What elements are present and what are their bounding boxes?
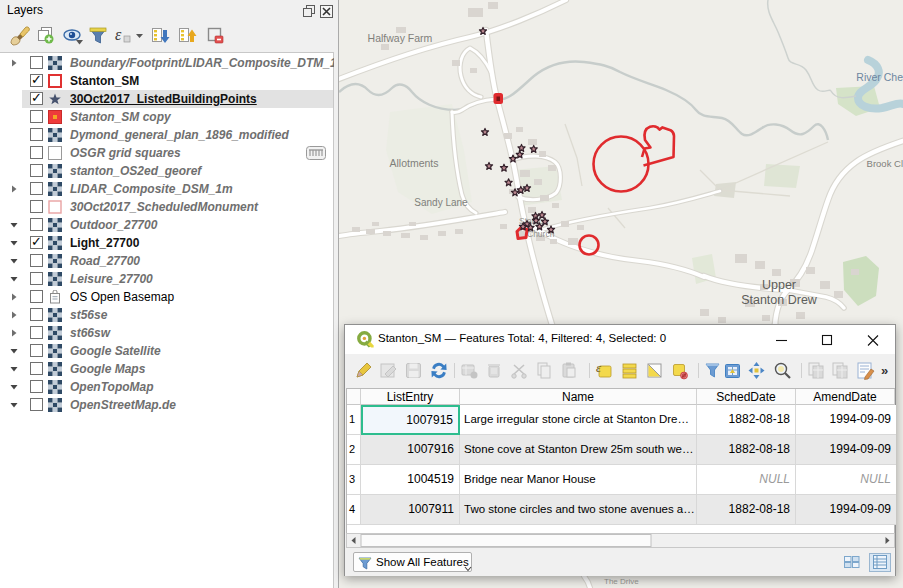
svg-text:Stanton Drew: Stanton Drew <box>741 293 818 307</box>
svg-text:Brook Cl: Brook Cl <box>867 158 903 169</box>
svg-text:ε: ε <box>115 26 122 43</box>
svg-text:ε: ε <box>596 361 602 375</box>
svg-text:Halfway Farm: Halfway Farm <box>368 32 433 44</box>
svg-text:Upper: Upper <box>762 278 796 292</box>
svg-text:»: » <box>881 363 888 378</box>
svg-text:Sandy Lane: Sandy Lane <box>414 197 468 208</box>
svg-text:River Che: River Che <box>856 71 903 83</box>
svg-text:Allotments: Allotments <box>389 157 438 169</box>
svg-text:The Drive: The Drive <box>604 577 639 586</box>
